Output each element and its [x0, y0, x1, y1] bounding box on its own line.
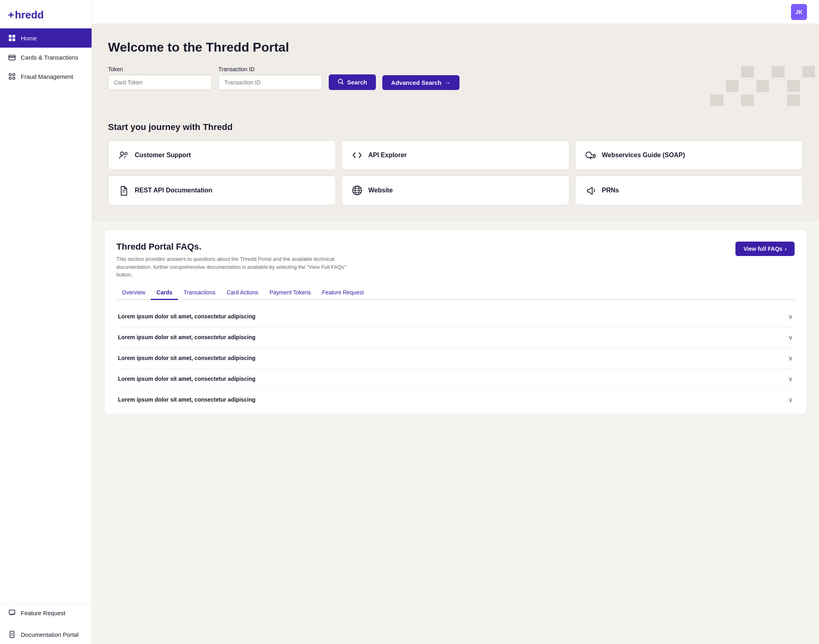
- journey-cards-grid: Customer Support API Explorer: [108, 140, 803, 205]
- megaphone-icon: [585, 185, 596, 196]
- view-full-faqs-button[interactable]: View full FAQs ›: [735, 242, 795, 256]
- sidebar-item-documentation-label: Documentation Portal: [21, 631, 78, 638]
- logo: +hredd: [0, 0, 92, 28]
- journey-card-api-explorer[interactable]: API Explorer: [342, 140, 569, 170]
- journey-card-website[interactable]: Website: [342, 176, 569, 205]
- card-icon: [8, 53, 16, 61]
- hero-section: Welcome to the Thredd Portal Token Trans…: [92, 24, 819, 110]
- svg-rect-5: [9, 56, 15, 58]
- chevron-down-icon: ∨: [788, 354, 793, 362]
- svg-rect-1: [12, 35, 15, 38]
- chat-icon: [8, 609, 16, 617]
- code-icon: [352, 150, 363, 161]
- journey-card-customer-support[interactable]: Customer Support: [108, 140, 336, 170]
- faq-item-1[interactable]: Lorem ipsum dolor sit amet, consectetur …: [116, 306, 795, 327]
- transaction-id-form-group: Transaction ID: [218, 66, 322, 90]
- cloud-icon: [585, 150, 596, 161]
- faq-item-5[interactable]: Lorem ipsum dolor sit amet, consectetur …: [116, 390, 795, 410]
- sidebar-item-fraud-label: Fraud Management: [21, 73, 73, 80]
- search-button[interactable]: Search: [329, 74, 376, 90]
- faq-tab-payment-tokens[interactable]: Payment Tokens: [264, 286, 316, 300]
- file-icon: [118, 185, 129, 196]
- logo-plus: +: [8, 9, 14, 21]
- sidebar-item-home-label: Home: [21, 35, 37, 42]
- hero-title: Welcome to the Thredd Portal: [108, 40, 803, 55]
- advanced-search-button[interactable]: Advanced Search →: [382, 75, 459, 90]
- chevron-down-icon: ∨: [788, 396, 793, 404]
- sidebar-item-fraud-management[interactable]: Fraud Management: [0, 67, 92, 86]
- faq-section: Thredd Portal FAQs. This section provide…: [104, 229, 807, 414]
- sidebar-item-feature-request-label: Feature Request: [21, 610, 66, 616]
- svg-point-13: [120, 152, 124, 155]
- journey-section: Start you journey with Thredd Customer S…: [92, 110, 819, 221]
- view-full-faqs-label: View full FAQs: [743, 246, 782, 252]
- token-input[interactable]: [108, 75, 212, 90]
- journey-title: Start you journey with Thredd: [108, 122, 803, 132]
- faq-item-text: Lorem ipsum dolor sit amet, consectetur …: [118, 396, 256, 403]
- journey-card-prns[interactable]: PRNs: [575, 176, 803, 205]
- faq-title: Thredd Portal FAQs.: [116, 242, 348, 252]
- faq-tab-feature-request[interactable]: Feature Request: [316, 286, 369, 300]
- faq-tab-cards[interactable]: Cards: [151, 286, 178, 300]
- journey-card-webservices-guide[interactable]: Webservices Guide (SOAP): [575, 140, 803, 170]
- journey-card-api-explorer-label: API Explorer: [368, 152, 407, 159]
- main-content: JK Welcome to the Thredd Portal Token Tr…: [92, 24, 819, 644]
- chevron-down-icon: ∨: [788, 375, 793, 383]
- transaction-id-label: Transaction ID: [218, 66, 322, 72]
- svg-rect-7: [13, 74, 15, 76]
- avatar[interactable]: JK: [791, 4, 807, 20]
- logo-text: +hredd: [8, 9, 44, 21]
- faq-items-list: Lorem ipsum dolor sit amet, consectetur …: [116, 306, 795, 410]
- search-button-label: Search: [347, 79, 367, 86]
- grid-icon: [8, 34, 16, 42]
- faq-item-text: Lorem ipsum dolor sit amet, consectetur …: [118, 313, 256, 320]
- faq-item-4[interactable]: Lorem ipsum dolor sit amet, consectetur …: [116, 369, 795, 390]
- token-form-group: Token: [108, 66, 212, 90]
- sidebar: +hredd Home Cards &: [0, 0, 92, 644]
- transaction-id-input[interactable]: [218, 75, 322, 90]
- journey-card-customer-support-label: Customer Support: [135, 152, 191, 159]
- faq-item-text: Lorem ipsum dolor sit amet, consectetur …: [118, 334, 256, 340]
- svg-point-14: [125, 152, 127, 155]
- svg-rect-3: [12, 38, 15, 41]
- svg-rect-0: [9, 35, 12, 38]
- fraud-icon: [8, 72, 16, 80]
- journey-card-website-label: Website: [368, 187, 393, 194]
- doc-icon: [8, 630, 16, 638]
- sidebar-item-feature-request[interactable]: Feature Request: [0, 604, 92, 625]
- journey-card-webservices-label: Webservices Guide (SOAP): [602, 152, 685, 159]
- faq-header-text: Thredd Portal FAQs. This section provide…: [116, 242, 348, 279]
- faq-tab-overview[interactable]: Overview: [116, 286, 151, 300]
- advanced-search-label: Advanced Search: [391, 79, 441, 86]
- faq-item-text: Lorem ipsum dolor sit amet, consectetur …: [118, 355, 256, 361]
- svg-rect-8: [9, 77, 11, 79]
- faq-tabs: OverviewCardsTransactionsCard ActionsPay…: [116, 286, 795, 300]
- decorative-pattern: [691, 62, 819, 110]
- faq-item-text: Lorem ipsum dolor sit amet, consectetur …: [118, 376, 256, 382]
- journey-card-prns-label: PRNs: [602, 187, 619, 194]
- arrow-right-icon: →: [445, 79, 451, 86]
- faq-tab-transactions[interactable]: Transactions: [178, 286, 221, 300]
- sidebar-nav: Home Cards & Transactions: [0, 28, 92, 644]
- faq-header: Thredd Portal FAQs. This section provide…: [116, 242, 795, 279]
- token-label: Token: [108, 66, 212, 72]
- faq-tab-card-actions[interactable]: Card Actions: [221, 286, 264, 300]
- svg-rect-2: [9, 38, 12, 41]
- svg-rect-4: [9, 55, 15, 60]
- chevron-down-icon: ∨: [788, 334, 793, 341]
- top-header: JK: [92, 0, 819, 24]
- sidebar-item-home[interactable]: Home: [0, 28, 92, 48]
- people-icon: [118, 150, 129, 161]
- faq-item-3[interactable]: Lorem ipsum dolor sit amet, consectetur …: [116, 348, 795, 369]
- sidebar-item-cards-transactions[interactable]: Cards & Transactions: [0, 48, 92, 67]
- svg-rect-6: [9, 74, 11, 76]
- svg-rect-9: [13, 77, 15, 79]
- sidebar-item-documentation-portal[interactable]: Documentation Portal: [0, 625, 92, 644]
- chevron-right-icon: ›: [785, 246, 787, 252]
- globe-icon: [352, 185, 363, 196]
- search-icon: [338, 78, 344, 86]
- faq-item-2[interactable]: Lorem ipsum dolor sit amet, consectetur …: [116, 327, 795, 348]
- sidebar-item-cards-label: Cards & Transactions: [21, 54, 78, 61]
- chevron-down-icon: ∨: [788, 313, 793, 320]
- journey-card-rest-api-docs[interactable]: REST API Documentation: [108, 176, 336, 205]
